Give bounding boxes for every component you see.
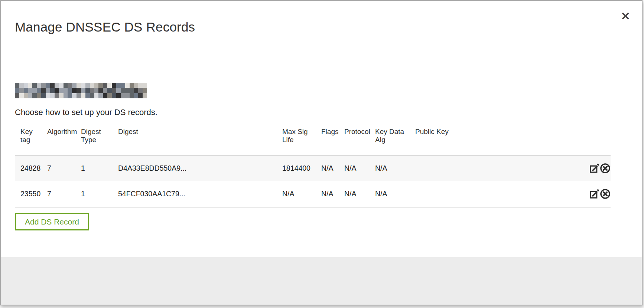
redacted-pixel xyxy=(28,83,33,88)
redacted-pixel xyxy=(24,88,28,93)
redacted-pixel xyxy=(15,83,19,88)
cell-flags: N/A xyxy=(316,181,339,207)
cell-digest-type: 1 xyxy=(75,181,113,207)
redacted-pixel xyxy=(41,83,46,88)
redacted-pixel xyxy=(50,88,55,93)
redacted-pixel xyxy=(103,93,107,98)
redacted-pixel xyxy=(64,83,68,88)
redacted-pixel xyxy=(77,83,81,88)
col-header-public-key: Public Key xyxy=(410,125,573,155)
redacted-pixel xyxy=(116,93,121,98)
redacted-pixel xyxy=(77,88,81,93)
redacted-pixel xyxy=(90,93,94,98)
cell-flags: N/A xyxy=(316,155,339,181)
col-header-protocol: Protocol xyxy=(339,125,370,155)
redacted-pixel xyxy=(94,88,99,93)
cell-digest: D4A33E8DD550A9... xyxy=(113,155,277,181)
redacted-pixel xyxy=(19,93,24,98)
redacted-pixel xyxy=(143,83,147,88)
redacted-pixel xyxy=(81,88,85,93)
redacted-pixel xyxy=(55,83,59,88)
col-header-flags: Flags xyxy=(316,125,339,155)
close-icon[interactable]: ✕ xyxy=(617,8,634,24)
redacted-pixel xyxy=(130,83,134,88)
cell-public-key xyxy=(410,181,573,207)
redacted-pixel xyxy=(50,93,55,98)
redacted-pixel xyxy=(24,93,28,98)
redacted-pixel xyxy=(32,93,37,98)
redacted-pixel xyxy=(138,88,143,93)
cell-key-tag: 23550 xyxy=(15,181,42,207)
redacted-pixel xyxy=(85,83,90,88)
cell-public-key xyxy=(410,155,573,181)
redacted-pixel xyxy=(98,93,103,98)
redacted-pixel xyxy=(116,83,121,88)
redacted-pixel xyxy=(112,93,116,98)
redacted-pixel xyxy=(28,88,33,93)
redacted-pixel xyxy=(90,88,94,93)
redacted-pixel xyxy=(107,88,112,93)
redacted-pixel xyxy=(41,93,46,98)
cell-algorithm: 7 xyxy=(42,181,75,207)
redacted-pixel xyxy=(50,83,55,88)
redacted-pixel xyxy=(90,83,94,88)
redacted-pixel xyxy=(32,83,37,88)
cell-key-data-alg: N/A xyxy=(370,155,410,181)
redacted-pixel xyxy=(107,83,112,88)
redacted-pixel xyxy=(72,88,77,93)
col-header-max-sig-life: Max Sig Life xyxy=(277,125,316,155)
redacted-pixel xyxy=(130,88,134,93)
row-actions xyxy=(573,155,611,181)
modal-title: Manage DNSSEC DS Records xyxy=(15,20,195,35)
redacted-pixel xyxy=(59,93,64,98)
delete-record-icon[interactable] xyxy=(600,163,611,174)
redacted-pixel xyxy=(37,83,41,88)
redacted-pixel xyxy=(121,88,125,93)
modal-footer: Save Cancel xyxy=(1,257,642,305)
redacted-pixel xyxy=(55,88,59,93)
redacted-pixel xyxy=(143,93,147,98)
redacted-pixel xyxy=(68,88,72,93)
table-row: 24828 7 1 D4A33E8DD550A9... 1814400 N/A … xyxy=(15,155,611,181)
redacted-pixel xyxy=(98,88,103,93)
col-header-actions xyxy=(573,125,611,155)
redacted-pixel xyxy=(59,83,64,88)
redacted-pixel xyxy=(134,83,138,88)
redacted-pixel xyxy=(125,88,130,93)
redacted-pixel xyxy=(72,93,77,98)
redacted-pixel xyxy=(103,83,107,88)
redacted-pixel xyxy=(68,83,72,88)
col-header-key-tag: Key tag xyxy=(15,125,42,155)
redacted-pixel xyxy=(143,88,147,93)
redacted-pixel xyxy=(121,83,125,88)
redacted-pixel xyxy=(121,93,125,98)
redacted-pixel xyxy=(15,88,19,93)
add-ds-record-button[interactable]: Add DS Record xyxy=(15,213,89,230)
redacted-pixel xyxy=(130,93,134,98)
delete-record-icon[interactable] xyxy=(600,189,611,199)
redacted-pixel xyxy=(19,88,24,93)
cell-key-data-alg: N/A xyxy=(370,181,410,207)
redacted-pixel xyxy=(138,93,143,98)
manage-dnssec-modal: Manage DNSSEC DS Records ✕ Choose how to… xyxy=(0,0,643,305)
table-header-row: Key tag Algorithm Digest Type Digest Max… xyxy=(15,125,611,155)
redacted-pixel xyxy=(81,93,85,98)
redacted-pixel xyxy=(19,83,24,88)
redacted-pixel xyxy=(81,83,85,88)
col-header-algorithm: Algorithm xyxy=(42,125,75,155)
redacted-pixel xyxy=(37,93,41,98)
redacted-pixel xyxy=(46,93,50,98)
redacted-pixel xyxy=(134,88,138,93)
row-actions xyxy=(573,181,611,207)
col-header-digest-type: Digest Type xyxy=(75,125,113,155)
cell-digest-type: 1 xyxy=(75,155,113,181)
redacted-pixel xyxy=(103,88,107,93)
ds-records-table: Key tag Algorithm Digest Type Digest Max… xyxy=(15,125,611,207)
redacted-pixel xyxy=(112,88,116,93)
redacted-pixel xyxy=(107,93,112,98)
col-header-digest: Digest xyxy=(113,125,277,155)
redacted-pixel xyxy=(98,83,103,88)
redacted-pixel xyxy=(125,83,130,88)
edit-record-icon[interactable] xyxy=(589,189,600,199)
edit-record-icon[interactable] xyxy=(589,163,600,174)
